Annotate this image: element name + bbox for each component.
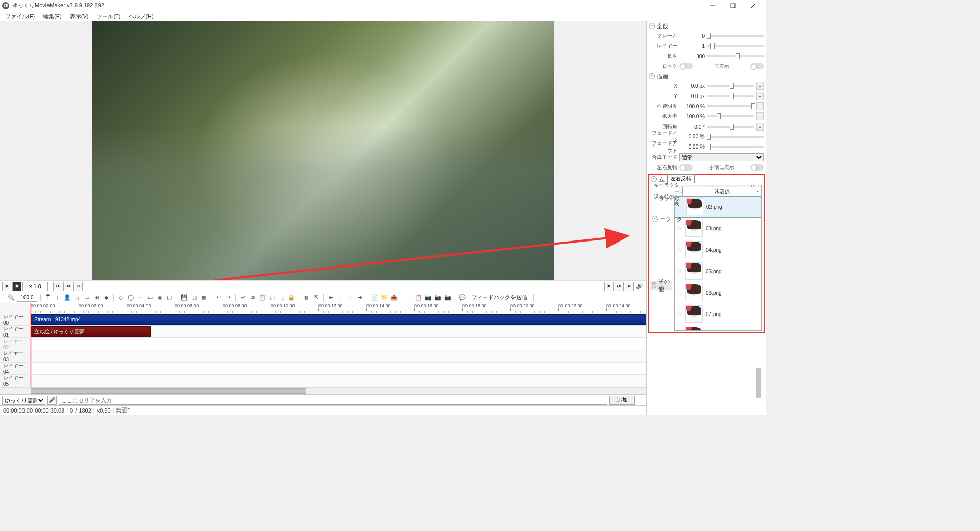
opacity-slider[interactable] <box>707 105 754 107</box>
trash-icon[interactable]: 🗑 <box>302 294 310 302</box>
y-extra[interactable]: - <box>756 92 764 100</box>
track-area[interactable]: Stream - 91342.mp4 <box>31 313 646 325</box>
x-slider[interactable] <box>707 85 754 87</box>
section-effect[interactable]: ˄エフェク <box>650 214 684 224</box>
serif-char-select[interactable]: ゆっくり霊夢 <box>2 396 45 405</box>
fadeout-slider[interactable] <box>707 146 764 148</box>
window-icon[interactable]: ▣ <box>156 294 164 302</box>
fadein-value[interactable]: 0.00 秒 <box>679 133 705 140</box>
flip-toggle[interactable] <box>679 164 693 171</box>
frame-slider[interactable] <box>707 35 764 37</box>
track-row[interactable]: レイヤー 05 <box>0 375 646 387</box>
mic-button[interactable]: 🎤 <box>47 396 57 405</box>
tr-pause-step-button[interactable] <box>615 282 624 291</box>
file-item[interactable]: ☆03.png <box>675 218 761 239</box>
serif-input[interactable] <box>59 396 607 405</box>
track-row[interactable]: レイヤー 02 <box>0 338 646 350</box>
close-button[interactable] <box>743 0 764 11</box>
track-area[interactable] <box>31 338 646 350</box>
file-list[interactable]: ☆02.png☆03.png☆04.png☆05.png☆06.png☆07.p… <box>674 196 762 331</box>
file-item[interactable]: ☆02.png <box>675 196 761 218</box>
maximize-button[interactable] <box>723 0 743 11</box>
cut-icon[interactable]: ✂ <box>239 294 247 302</box>
text-tool-icon[interactable]: T̄ <box>44 294 52 302</box>
blend-select[interactable]: 通常 <box>679 153 764 161</box>
file-item[interactable]: ☆06.png <box>675 282 761 303</box>
star-icon[interactable]: ☆ <box>677 268 682 275</box>
track-area[interactable] <box>31 350 646 362</box>
prev-step2-button[interactable] <box>74 282 83 291</box>
face-icon[interactable]: ☺ <box>117 294 125 302</box>
length-slider[interactable] <box>707 55 764 57</box>
clipboard-icon[interactable]: 📋 <box>414 294 423 302</box>
text2-tool-icon[interactable]: T <box>54 294 62 302</box>
layer-slider[interactable] <box>707 45 764 47</box>
zoom-icon[interactable]: 🔍 <box>7 294 15 302</box>
star-icon[interactable]: ☆ <box>677 310 682 318</box>
grid-icon[interactable]: ▦ <box>200 294 208 302</box>
layer-label[interactable]: レイヤー 05 <box>0 375 31 387</box>
frame-icon[interactable]: ▢ <box>165 294 174 302</box>
serif-add-button[interactable]: 追加 <box>609 396 635 405</box>
file-item[interactable]: ☆08.png <box>675 325 761 331</box>
overlay2-icon[interactable]: ⬚ <box>278 294 286 302</box>
track-area[interactable]: 立ち絵 / ゆっくり霊夢 <box>31 326 646 337</box>
section-other[interactable]: ˄その他 <box>650 281 672 290</box>
image-icon[interactable]: ▭ <box>83 294 91 302</box>
go-next-icon[interactable]: → <box>346 294 354 302</box>
lock-icon[interactable]: 🔒 <box>287 294 296 302</box>
menu-file[interactable]: ファイル(F) <box>1 12 39 21</box>
copy-icon[interactable]: ⧉ <box>249 294 257 302</box>
speed-select[interactable]: x 1.0 <box>22 282 48 291</box>
section-draw[interactable]: ˄描画 <box>647 71 766 81</box>
layer-label[interactable]: レイヤー 04 <box>0 363 31 374</box>
rect-icon[interactable]: ▭ <box>146 294 154 302</box>
menu-view[interactable]: 表示(V) <box>66 12 93 21</box>
file-item[interactable]: ☆07.png <box>675 303 761 325</box>
timeline-ruler[interactable]: 00:00:00.0000:00:02.0000:00:04.0000:00:0… <box>31 303 646 313</box>
chat-icon[interactable]: 💬 <box>458 294 467 302</box>
star-icon[interactable]: ☆ <box>677 225 682 232</box>
clip-video[interactable]: Stream - 91342.mp4 <box>31 314 646 325</box>
prev-step-button[interactable] <box>63 282 72 291</box>
cam2-icon[interactable]: 📷 <box>444 294 452 302</box>
circle-icon[interactable]: ◯ <box>127 294 135 302</box>
music-icon[interactable]: ♫ <box>73 294 81 302</box>
fadein-slider[interactable] <box>707 136 764 138</box>
y-slider[interactable] <box>707 95 754 97</box>
opacity-value[interactable]: 100.0 % <box>679 104 705 109</box>
layer-label[interactable]: レイヤー 00 <box>0 313 31 325</box>
go-start-icon[interactable]: ⇤ <box>327 294 335 302</box>
star-icon[interactable]: ☆ <box>677 246 682 253</box>
file-dropdown-head[interactable]: 未選択 <box>682 187 762 196</box>
person-icon[interactable]: 👤 <box>63 294 71 302</box>
scale-extra[interactable]: - <box>756 112 764 120</box>
star-icon[interactable]: ☆ <box>677 289 682 296</box>
split-icon[interactable]: ⇱ <box>312 294 320 302</box>
tr-play-button[interactable] <box>604 282 614 291</box>
go-end-icon[interactable]: ⇥ <box>356 294 364 302</box>
redo-icon[interactable]: ↷ <box>224 294 232 302</box>
track-row[interactable]: レイヤー 04 <box>0 363 646 375</box>
save-icon[interactable]: 💾 <box>180 294 188 302</box>
overlay1-icon[interactable]: ⬚ <box>268 294 276 302</box>
wave-icon[interactable]: 〰 <box>136 294 144 302</box>
menu-help[interactable]: ヘルプ(H) <box>125 12 157 21</box>
track-area[interactable] <box>31 363 646 374</box>
clip-icon[interactable]: ◫ <box>190 294 198 302</box>
import-folder-icon[interactable]: 📁 <box>380 294 388 302</box>
lock-toggle[interactable] <box>679 63 693 69</box>
minimize-button[interactable] <box>702 0 723 11</box>
menu-edit[interactable]: 編集(E) <box>39 12 66 21</box>
import-file-icon[interactable]: 📄 <box>371 294 379 302</box>
layer-label[interactable]: レイヤー 01 <box>0 326 31 337</box>
playhead[interactable] <box>31 303 31 313</box>
clip-character[interactable]: 立ち絵 / ゆっくり霊夢 <box>31 326 151 337</box>
menu-tool[interactable]: ツール(T) <box>92 12 125 21</box>
tr-end-button[interactable] <box>625 282 634 291</box>
track-area[interactable] <box>31 375 646 387</box>
rotation-value[interactable]: 0.0 ° <box>679 124 705 130</box>
snapshot-icon[interactable]: 📷 <box>424 294 432 302</box>
x-extra[interactable]: - <box>756 82 764 90</box>
shape-icon[interactable]: ◆ <box>102 294 110 302</box>
